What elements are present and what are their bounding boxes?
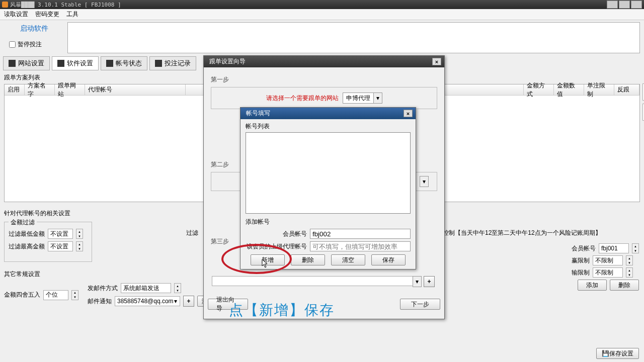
risk-del-button[interactable]: 删除 xyxy=(610,280,639,291)
step3-combo[interactable] xyxy=(212,276,413,286)
save-button[interactable]: 保存 xyxy=(371,254,406,265)
risk-panel: 会员帐号 fbj001 ▲▼ 赢限制 不限制 ▲▼ 输限制 不限制 ▲▼ 添加 … xyxy=(572,241,639,293)
clear-button[interactable]: 清空 xyxy=(331,254,365,265)
tab-website-settings[interactable]: 网站设置 xyxy=(3,56,50,70)
pause-checkbox-input[interactable] xyxy=(9,41,16,48)
tab-software-settings[interactable]: 软件设置 xyxy=(52,56,99,70)
gear-icon xyxy=(57,60,64,67)
chevron-down-icon[interactable]: ▾ xyxy=(373,93,382,104)
user-icon xyxy=(106,60,113,67)
list-icon xyxy=(155,60,162,67)
max-amount-select[interactable]: 不设置 xyxy=(48,241,73,251)
col-amt-val[interactable]: 金额数值 xyxy=(554,84,584,95)
lose-limit-select[interactable]: 不限制 xyxy=(593,267,623,278)
delete-button[interactable]: 删除 xyxy=(291,254,325,265)
step3-add-button[interactable]: + xyxy=(424,276,435,287)
log-area xyxy=(67,22,640,53)
menu-tools[interactable]: 工具 xyxy=(66,10,78,19)
col-name[interactable]: 方案名字 xyxy=(25,84,55,95)
step2-dropdown[interactable]: ▾ xyxy=(420,176,429,187)
next-step-button[interactable]: 下一步 xyxy=(400,299,440,310)
site-select[interactable]: 申博代理 xyxy=(343,93,374,104)
minimize-button[interactable]: _ xyxy=(607,1,618,9)
col-limit[interactable]: 单注限制 xyxy=(584,84,614,95)
window-titlebar: 风暴████ 3.10.1 Stable [ FBJ1008 ] _ □ × xyxy=(0,0,644,9)
app-icon xyxy=(2,2,8,8)
account-list-label: 帐号列表 xyxy=(246,122,411,131)
risk-add-button[interactable]: 添加 xyxy=(578,280,607,291)
min-amount-select[interactable]: 不设置 xyxy=(48,229,73,239)
close-button[interactable]: × xyxy=(631,1,642,9)
instruction-overlay: 点【新增】保存 xyxy=(229,301,335,320)
step1-label: 第一步 xyxy=(211,72,437,87)
account-listbox[interactable] xyxy=(246,132,411,214)
new-button[interactable]: 新增 xyxy=(251,254,285,265)
menu-bar: 读取设置 密码变更 工具 xyxy=(0,9,644,20)
proxy-account-input[interactable] xyxy=(310,241,411,251)
max-amount-spinner[interactable]: ▲▼ xyxy=(76,241,83,251)
rounding-select[interactable]: 个位 xyxy=(43,290,68,300)
filter-label: 过滤 xyxy=(186,229,198,237)
rounding-spinner[interactable]: ▲▼ xyxy=(71,290,78,300)
add-mail-button[interactable]: + xyxy=(183,296,194,307)
menu-password[interactable]: 密码变更 xyxy=(35,10,59,19)
window-title: 风暴████ 3.10.1 Stable [ FBJ1008 ] xyxy=(10,1,121,9)
menu-read[interactable]: 读取设置 xyxy=(4,10,28,19)
wizard-close-button[interactable]: × xyxy=(432,58,441,65)
col-enable[interactable]: 启用 xyxy=(5,84,25,95)
col-reverse[interactable]: 反跟 xyxy=(614,84,639,95)
globe-icon xyxy=(9,60,16,67)
risk-account-select[interactable]: fbj001 xyxy=(599,243,629,253)
member-account-input[interactable] xyxy=(310,229,411,239)
win-limit-select[interactable]: 不限制 xyxy=(593,255,623,265)
account-dialog-close[interactable]: × xyxy=(404,110,413,117)
mail-address-select[interactable]: 385885748@qq.com▾ xyxy=(115,296,180,306)
min-amount-spinner[interactable]: ▲▼ xyxy=(76,229,83,239)
col-site[interactable]: 跟单网站 xyxy=(55,84,85,95)
col-proxy[interactable]: 代理帐号 xyxy=(85,84,186,95)
add-account-label: 添加帐号 xyxy=(246,218,411,226)
save-settings-button[interactable]: 💾 保存设置 xyxy=(596,348,639,359)
save-icon: 💾 xyxy=(602,350,609,357)
pause-checkbox[interactable]: 暂停投注 xyxy=(4,40,64,49)
risk-label: 控制【当天中午12至第二天中午12点为一个风险记账周期】 xyxy=(443,229,601,237)
maximize-button[interactable]: □ xyxy=(619,1,630,9)
col-amt-type[interactable]: 金额方式 xyxy=(524,84,554,95)
amount-filter-group: 金额过滤 过滤最低金额 不设置 ▲▼ 过滤最高金额 不设置 ▲▼ xyxy=(4,222,92,262)
tab-account-status[interactable]: 帐号状态 xyxy=(101,56,147,70)
start-software-button[interactable]: 启动软件 xyxy=(4,22,64,35)
tab-bet-records[interactable]: 投注记录 xyxy=(149,56,196,70)
mail-method-select[interactable]: 系统邮箱发送 xyxy=(121,283,171,293)
account-dialog: 帐号填写 × 帐号列表 添加帐号 会员帐号 该会员的上级代理帐号 新增 删除 清… xyxy=(240,107,416,269)
